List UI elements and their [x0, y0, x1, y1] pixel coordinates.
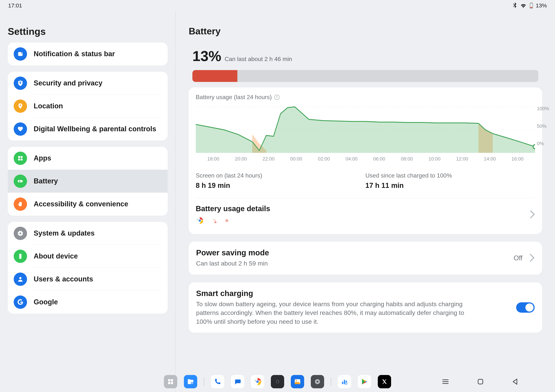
sidebar-item-accessibility[interactable]: Accessibility & convenience — [8, 193, 168, 216]
battery-usage-details-row[interactable]: Battery usage details — [196, 198, 535, 234]
svg-rect-9 — [18, 159, 20, 161]
option-title: Power saving mode — [196, 248, 509, 257]
status-bar: 17:01 13% — [0, 0, 555, 11]
sidebar-item-label: Location — [34, 102, 63, 111]
chrome-icon — [196, 216, 204, 225]
phone-app-icon[interactable] — [211, 375, 224, 388]
sidebar-item-google[interactable]: Google — [8, 291, 168, 314]
sidebar-item-apps[interactable]: Apps — [8, 147, 168, 170]
screen-on-stat: Screen on (last 24 hours) 8 h 19 min — [196, 172, 365, 190]
stat-label: Screen on (last 24 hours) — [196, 172, 365, 179]
svg-rect-49 — [342, 382, 343, 384]
option-subtitle: To slow down battery ageing, your device… — [196, 300, 481, 326]
gear-icon — [14, 227, 27, 240]
camera-app-icon[interactable] — [271, 375, 284, 388]
sidebar-item-label: Notification & status bar — [34, 50, 115, 58]
sidebar-item-about[interactable]: About device — [8, 245, 168, 268]
settings-app-icon[interactable] — [311, 375, 324, 388]
sidebar-item-wellbeing[interactable]: Digital Wellbeing & parental controls — [8, 118, 168, 141]
bluetooth-icon — [512, 2, 517, 9]
info-icon[interactable]: i — [274, 95, 279, 100]
sidebar-item-notification[interactable]: Notification & status bar — [8, 43, 168, 65]
chevron-right-icon — [530, 210, 535, 219]
sidebar-item-label: Google — [34, 298, 58, 306]
sidebar-item-label: About device — [34, 252, 78, 261]
x-app-icon[interactable] — [378, 375, 391, 388]
smart-charging-card: Smart charging To slow down battery agei… — [189, 282, 542, 333]
chart-x-axis: 18:0020:00 22:0000:00 02:0004:00 06:0008… — [196, 156, 535, 164]
sidebar-item-system[interactable]: System & updates — [8, 222, 168, 245]
shield-icon — [14, 77, 27, 90]
play-store-icon[interactable] — [358, 375, 371, 388]
nav-back-button[interactable] — [512, 378, 518, 385]
stat-label: Used since last charged to 100% — [365, 172, 535, 179]
stat-value: 17 h 11 min — [365, 182, 535, 190]
option-subtitle: Can last about 2 h 59 min — [196, 259, 481, 268]
sidebar-item-label: Apps — [34, 154, 51, 163]
battery-detail-pane[interactable]: Battery 13% Can last about 2 h 46 min Ba… — [176, 11, 555, 392]
battery-level-bar — [192, 70, 538, 82]
sidebar-item-location[interactable]: Location — [8, 95, 168, 118]
svg-rect-8 — [21, 156, 23, 158]
device-icon — [14, 250, 27, 263]
option-value: Off — [514, 254, 522, 262]
sidebar-item-label: Battery — [34, 177, 58, 186]
stats-app-icon[interactable] — [338, 375, 351, 388]
svg-rect-23 — [19, 254, 22, 259]
battery-level-fill — [192, 70, 237, 82]
smart-charging-row[interactable]: Smart charging To slow down battery agei… — [189, 282, 542, 333]
sidebar-group: Notification & status bar — [8, 43, 168, 65]
nav-recent-button[interactable] — [442, 379, 449, 385]
sidebar-item-security[interactable]: Security and privacy — [8, 72, 168, 95]
battery-estimate: Can last about 2 h 46 min — [225, 56, 292, 63]
svg-rect-2 — [530, 7, 532, 8]
gallery-app-icon[interactable] — [291, 375, 304, 388]
chrome-app-icon[interactable] — [251, 375, 264, 388]
option-title: Smart charging — [196, 289, 511, 298]
smart-charging-toggle[interactable] — [516, 302, 535, 313]
hand-icon — [14, 198, 27, 211]
battery-summary: 13% Can last about 2 h 46 min — [189, 48, 542, 87]
nav-home-button[interactable] — [477, 378, 484, 385]
battery-usage-chart: 100% 50% 0% — [196, 106, 535, 154]
heart-icon — [14, 122, 27, 136]
since-charge-stat: Used since last charged to 100% 17 h 11 … — [365, 172, 535, 190]
swift-icon — [210, 216, 218, 225]
svg-rect-35 — [171, 379, 173, 381]
power-saving-row[interactable]: Power saving mode Can last about 2 h 59 … — [189, 242, 542, 275]
svg-point-53 — [345, 383, 346, 384]
usage-title: Battery usage (last 24 hours) — [196, 94, 272, 100]
svg-point-14 — [19, 232, 21, 234]
status-battery-pct: 13% — [536, 2, 547, 9]
svg-rect-12 — [22, 181, 23, 182]
sidebar-group: System & updates About device Users & ac… — [8, 222, 168, 314]
battery-status-icon — [529, 3, 533, 8]
svg-point-54 — [346, 383, 347, 384]
sidebar-item-battery[interactable]: Battery — [8, 170, 168, 193]
svg-point-41 — [256, 380, 259, 383]
notification-icon — [14, 47, 27, 61]
messages-app-icon[interactable] — [231, 375, 244, 388]
svg-rect-5 — [20, 82, 21, 84]
svg-rect-34 — [168, 379, 170, 381]
taskbar — [0, 371, 555, 392]
sidebar-item-label: Users & accounts — [34, 275, 93, 284]
battery-percent: 13% — [192, 48, 221, 64]
app-drawer-button[interactable] — [164, 375, 177, 388]
record-dot-icon — [225, 218, 229, 223]
svg-point-44 — [278, 381, 278, 381]
svg-point-4 — [21, 52, 22, 53]
battery-usage-card: Battery usage (last 24 hours) i — [189, 87, 542, 234]
sidebar-title: Settings — [8, 26, 168, 37]
sidebar-item-users[interactable]: Users & accounts — [8, 268, 168, 291]
person-icon — [14, 272, 27, 286]
files-app-icon[interactable] — [184, 375, 197, 388]
settings-sidebar[interactable]: Settings Notification & status bar Secur… — [0, 11, 176, 392]
apps-grid-icon — [14, 152, 27, 165]
svg-rect-37 — [171, 382, 173, 384]
taskbar-separator — [204, 378, 204, 386]
sidebar-item-label: Security and privacy — [34, 79, 102, 88]
top-apps-icons — [196, 216, 530, 225]
page-title: Battery — [189, 26, 542, 37]
sidebar-item-label: Accessibility & convenience — [34, 200, 128, 209]
